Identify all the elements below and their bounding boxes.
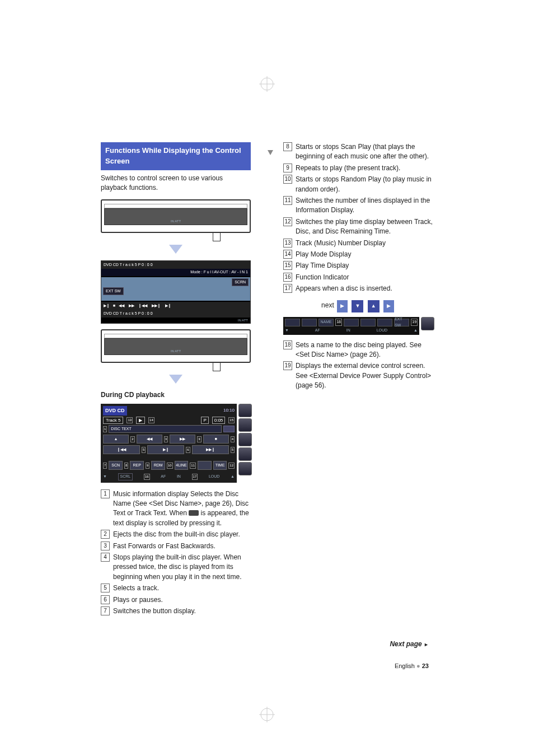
stop-button[interactable]: ■ [203,435,229,444]
callout-12: 12 [228,463,235,469]
callout-19: 19 [411,319,418,325]
callout-17: 17 [192,474,198,480]
scrn-button[interactable]: SCRN [232,278,249,286]
eject-button[interactable]: ▲ [103,435,129,444]
thin-screen-1: IN ATT [104,208,247,225]
item-text: Play Time Display [296,261,433,270]
side-icon-1[interactable] [238,404,252,417]
cell-blank3[interactable] [344,319,359,326]
list-item: 15Play Time Display [283,261,433,270]
item-text: Switches the number of lines displayed i… [296,196,433,216]
ff-button[interactable]: ▶▶ [170,435,195,444]
list-item: 4Stops playing the built-in disc player.… [101,553,251,582]
item-number: 3 [101,542,110,550]
blue-button-strip: next ▶ ▼ ▲ ▶ [283,300,433,312]
list-item: 8Starts or stops Scan Play (that plays t… [283,142,433,162]
up-icon[interactable]: ▲ [368,300,380,312]
list-item: 10Starts or stops Random Play (to play m… [283,175,433,194]
side-icon-4[interactable] [238,447,252,461]
next-track-button[interactable]: ▶▶❙ [192,445,229,454]
status-icons: IN ATT [171,349,181,354]
track-text-bottom: DVD CD T r a c k 5 P 0 : 0 0 [104,311,153,316]
callout-16: 16 [144,474,150,480]
item-number: 11 [283,196,292,205]
callout-3b: 3 [197,436,201,442]
title-line1: Functions While Displaying the Control [105,146,241,155]
scroll-icon[interactable] [223,426,235,432]
track-info-top: DVD CD T r a c k 5 P 0 : 0 0 [101,261,250,269]
cityscape-image: SCRN EXT SW [101,277,250,301]
item-number: 14 [283,250,292,259]
track-info-bottom: DVD CD T r a c k 5 P 0 : 0 0 [101,310,250,318]
side-icons [238,404,251,489]
next-arrow-icon: ► [424,642,429,647]
next-page-hint: Next page ► [22,640,512,648]
callout-8: 8 [124,463,128,469]
footer-lang: English [395,662,415,669]
time-button[interactable]: TIME [213,461,227,470]
thin-screen-2: IN ATT [104,338,247,355]
scn-button[interactable]: SCN [109,461,123,470]
extsw-button[interactable]: EXT SW [394,319,409,326]
intro-text: Switches to control screen to use variou… [101,174,251,193]
cell-blank2[interactable] [302,319,317,326]
scroll-icon [189,510,199,516]
item-text: Fast Forwards or Fast Backwards. [113,542,251,551]
page-number: 23 [422,662,429,669]
item-text: Function Indicator [296,273,433,282]
callout-3: 3 [164,436,168,442]
scrl-indicator: SCRL [118,473,133,480]
callout-11: 11 [190,463,196,469]
crop-mark-top [259,76,275,92]
track-text-top: DVD CD T r a c k 5 P 0 : 0 0 [104,262,153,268]
rep-button[interactable]: REP [130,461,144,470]
cell-blank5[interactable] [377,319,392,326]
right-item-list-bottom: 18Sets a name to the disc being played. … [283,340,433,391]
rew-button[interactable]: ◀◀ [137,435,162,444]
in-indicator: IN [177,474,181,479]
4line-button[interactable]: 4LINE [175,461,189,470]
source-label: DVD CD [103,406,127,416]
side-icon[interactable] [421,317,434,330]
playback-screen: DVD CD 10:10 Track 5 13 ▶ 14 P 0:05 15 [101,404,237,483]
item-text: Displays the external device control scr… [296,361,433,390]
item-text: Play Mode Display [296,250,433,259]
prev-track-button[interactable]: ❙◀◀ [103,445,140,454]
title-line2: Screen [105,157,129,165]
side-icon-2[interactable] [238,418,252,432]
device-frame-2: IN ATT [101,329,251,363]
left-column: Functions While Displaying the Control S… [101,142,251,618]
right-column: 8Starts or stops Scan Play (that plays t… [283,142,433,618]
extsw-button[interactable]: EXT SW [103,287,124,295]
list-item: 17Appears when a disc is inserted. [283,284,433,293]
callout-18: 18 [335,319,342,325]
left-item-list: 1Music information display Selects the D… [101,489,251,617]
rdm-button[interactable]: RDM [151,461,165,470]
side-icon-5[interactable] [238,462,252,475]
cell-blank1[interactable] [285,319,300,326]
list-item: 7Switches the button display. [101,606,251,616]
next-set-icon[interactable]: ▶ [337,300,348,312]
flow-arrow-icon [169,375,182,384]
item-number: 2 [101,530,110,539]
callout-2: 2 [130,436,134,442]
disc-text-field[interactable]: DISC TEXT [109,425,222,433]
list-item: 16Function Indicator [283,273,433,282]
hand-pointer-icon [213,233,221,241]
list-item: 12Switches the play time display between… [283,217,433,237]
loud-indicator: LOUD [209,474,219,479]
cell-blank4[interactable] [360,319,376,326]
play-pause-button[interactable]: ▶❙ [147,445,184,454]
item-text: Track (Music) Number Display [296,239,433,248]
playback-screen-wrap: DVD CD 10:10 Track 5 13 ▶ 14 P 0:05 15 [101,404,251,489]
side-icon-3[interactable] [238,433,252,446]
bullet-icon: ● [416,662,422,669]
blank-button[interactable] [198,461,212,470]
down-icon[interactable]: ▼ [352,300,363,312]
clock: 10:10 [223,407,235,414]
hand-pointer-icon [213,363,221,371]
next-set-icon-2[interactable]: ▶ [383,300,394,312]
device-frame-1: IN ATT [101,199,251,233]
item-text: Repeats to play (the present track). [296,164,433,173]
name-button[interactable]: NAME [318,319,334,326]
